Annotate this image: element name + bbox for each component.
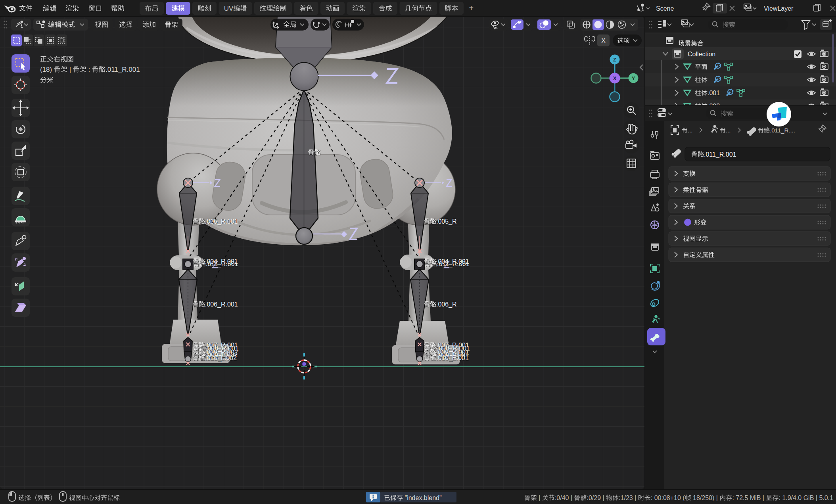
svg-text:+: + [469,4,474,12]
svg-text:Scene: Scene [656,5,674,12]
svg-text:.011_R....: .011_R.... [770,127,795,134]
svg-text::0/29 |: :0/29 | [587,494,606,501]
svg-text:X: X [601,37,606,44]
svg-text:UV: UV [224,5,234,12]
svg-text:18/250) |: 18/250) | [691,494,720,501]
svg-text:.011_R.001: .011_R.001 [704,151,736,158]
svg-text:(18): (18) [40,66,54,73]
svg-text:.010_E.001: .010_E.001 [436,355,469,362]
svg-text:.010_L.002: .010_L.002 [205,355,237,362]
svg-text:ViewLayer: ViewLayer [764,5,794,12]
svg-text:.005_R.001: .005_R.001 [205,218,238,225]
svg-text:Y: Y [632,75,635,81]
svg-text:...: ... [726,127,731,134]
svg-text:.004_R.001: .004_R.001 [436,258,469,265]
svg-text:.006_R.001: .006_R.001 [205,301,238,308]
svg-text:Z: Z [613,57,616,63]
svg-text:: 1.9/4.0 GiB | 5.0.1: : 1.9/4.0 GiB | 5.0.1 [778,494,833,501]
svg-text:.004_R.001: .004_R.001 [205,258,238,265]
svg-text::1/23 |: :1/23 | [619,494,638,501]
svg-text:Collection: Collection [688,51,715,57]
svg-text::0/40 |: :0/40 | [555,494,574,501]
svg-text:.005_R: .005_R [436,218,457,225]
svg-text:|: | [67,66,73,73]
svg-text:.011_R.001: .011_R.001 [105,66,140,73]
svg-text:.001: .001 [708,90,720,96]
svg-text:|: | [537,494,542,501]
svg-text:: 00:08+10 (: : 00:08+10 ( [651,494,685,501]
svg-text::: : [86,66,92,73]
svg-text:"index.blend": "index.blend" [403,494,442,501]
svg-text:.006_R: .006_R [436,301,457,308]
svg-text:: 72.5 MiB |: : 72.5 MiB | [732,494,766,501]
svg-text:X: X [613,75,617,81]
svg-text:...: ... [688,127,693,134]
